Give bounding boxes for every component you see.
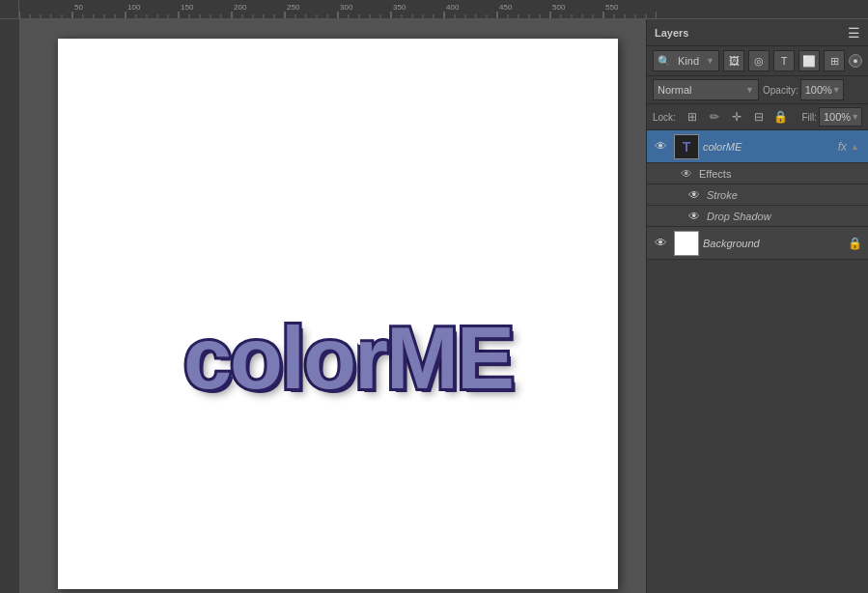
kind-chevron: ▼: [706, 56, 714, 66]
layer-thumb-colorme: T: [674, 134, 699, 159]
layers-menu-icon[interactable]: ☰: [848, 25, 860, 41]
blend-chevron: ▼: [745, 85, 754, 95]
blend-mode-value: Normal: [658, 84, 691, 96]
layers-list: 👁 T colorME fx ▲ 👁 Effects 👁 Stroke 👁 Dr…: [647, 130, 868, 593]
layer-item-background[interactable]: 👁 Background 🔒: [647, 227, 868, 260]
blend-mode-dropdown[interactable]: Normal ▼: [653, 79, 759, 100]
effects-visibility-icon[interactable]: 👁: [678, 165, 695, 183]
canvas-area: colorME: [19, 19, 646, 593]
effect-stroke[interactable]: 👁 Stroke: [647, 184, 868, 206]
svg-text:400: 400: [446, 3, 460, 12]
ruler-vertical: [0, 19, 19, 593]
kind-label: Kind: [678, 55, 699, 67]
layer-name-background: Background: [703, 238, 845, 249]
effects-header: 👁 Effects: [647, 163, 868, 184]
effect-stroke-name: Stroke: [707, 189, 738, 201]
layers-toolbar: 🔍 Kind ▼ 🖼 ◎ T ⬜ ⊞ ●: [647, 46, 868, 76]
fill-label: Fill:: [801, 112, 817, 123]
layers-header: Layers ☰: [647, 19, 868, 46]
dropshadow-visibility[interactable]: 👁: [686, 208, 703, 225]
opacity-group: Opacity: 100% ▼: [763, 79, 862, 100]
layers-title: Layers: [655, 27, 688, 39]
lock-pixels-btn[interactable]: ⊞: [683, 107, 702, 127]
layer-visibility-background[interactable]: 👁: [651, 234, 670, 253]
white-canvas: colorME: [58, 39, 618, 589]
pixel-filter-btn[interactable]: 🖼: [723, 50, 744, 71]
stroke-visibility[interactable]: 👁: [686, 186, 703, 204]
svg-text:200: 200: [234, 3, 247, 12]
lock-label: Lock:: [653, 112, 676, 123]
opacity-value: 100%: [805, 84, 832, 96]
smart-filter-btn[interactable]: ⊞: [824, 50, 845, 71]
layers-panel: Layers ☰ 🔍 Kind ▼ 🖼 ◎ T ⬜ ⊞ ● Normal ▼ O…: [646, 19, 868, 593]
layer-item-colorme[interactable]: 👁 T colorME fx ▲: [647, 130, 868, 163]
kind-search-icon: 🔍: [658, 55, 671, 68]
kind-dropdown[interactable]: 🔍 Kind ▼: [653, 50, 719, 71]
effect-drop-shadow[interactable]: 👁 Drop Shadow: [647, 206, 868, 227]
svg-text:150: 150: [181, 3, 194, 12]
canvas-text: colorME: [183, 309, 513, 409]
svg-text:250: 250: [287, 3, 300, 12]
svg-text:550: 550: [605, 3, 619, 12]
ruler-horizontal: 50100150200250300350400450500550600: [19, 0, 868, 19]
svg-text:500: 500: [552, 3, 566, 12]
svg-text:300: 300: [340, 3, 353, 12]
ruler-corner: [0, 0, 19, 19]
layer-fx-icon[interactable]: fx: [838, 140, 847, 154]
effects-label: Effects: [699, 168, 731, 180]
layer-thumb-background: [674, 231, 699, 256]
layer-visibility-colorme[interactable]: 👁: [651, 137, 670, 156]
svg-text:100: 100: [127, 3, 141, 12]
effect-dropshadow-name: Drop Shadow: [707, 211, 771, 222]
svg-rect-78: [0, 19, 19, 593]
lock-artboard-btn[interactable]: ⊟: [749, 107, 769, 127]
fill-value: 100%: [824, 111, 851, 123]
adjustment-filter-btn[interactable]: ◎: [748, 50, 770, 71]
opacity-input[interactable]: 100% ▼: [800, 79, 844, 100]
layer-options-btn[interactable]: ●: [849, 54, 862, 68]
lock-image-btn[interactable]: ✏: [705, 107, 724, 127]
shape-filter-btn[interactable]: ⬜: [798, 50, 820, 71]
fill-group: Fill: 100% ▼: [801, 107, 862, 127]
layer-name-colorme: colorME: [703, 141, 838, 153]
svg-text:50: 50: [74, 3, 83, 12]
text-filter-btn[interactable]: T: [773, 50, 795, 71]
blend-opacity-row: Normal ▼ Opacity: 100% ▼: [647, 76, 868, 104]
opacity-label: Opacity:: [763, 85, 798, 96]
fill-input[interactable]: 100% ▼: [819, 107, 862, 127]
svg-text:350: 350: [393, 3, 406, 12]
lock-position-btn[interactable]: ✛: [727, 107, 746, 127]
main-area: colorME Layers ☰ 🔍 Kind ▼ 🖼 ◎ T ⬜ ⊞ ●: [0, 19, 868, 593]
background-lock-icon: 🔒: [845, 234, 864, 253]
layer-expand-colorme[interactable]: ▲: [851, 142, 864, 152]
ruler-top: 50100150200250300350400450500550600: [0, 0, 868, 19]
lock-all-btn[interactable]: 🔒: [771, 107, 791, 127]
lock-fill-row: Lock: ⊞ ✏ ✛ ⊟ 🔒 Fill: 100% ▼: [647, 104, 868, 130]
svg-text:450: 450: [499, 3, 513, 12]
